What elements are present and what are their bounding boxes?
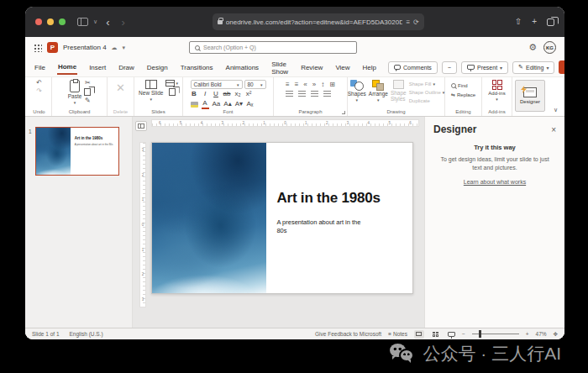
back-button[interactable]: ‹ [102,17,113,28]
justify-button[interactable] [323,91,331,97]
bullets-button[interactable]: ≡ [286,81,290,88]
shape-styles-button[interactable]: Shape Styles [391,80,407,102]
highlight-color-button[interactable] [191,102,198,108]
designer-learn-link[interactable]: Learn about what works [433,179,556,185]
reload-icon[interactable]: ⟳ [413,18,419,26]
addins-button[interactable]: Add-ins [488,91,505,96]
cut-button[interactable]: ✂ [85,80,91,87]
shape-fill-button[interactable]: Shape Fill ▾ [409,81,435,87]
zoom-in-button[interactable]: + [526,331,529,337]
search-input[interactable]: Search (Option + Q) [189,41,357,54]
chevron-down-icon[interactable]: ∨ [93,18,97,25]
align-center-button[interactable] [298,91,306,97]
document-title[interactable]: Presentation 4 [63,44,107,51]
slideshow-view-button[interactable] [448,332,455,337]
tab-help[interactable]: Help [362,60,377,74]
paste-button[interactable]: Paste ▾ [68,80,82,105]
tab-design[interactable]: Design [146,60,169,74]
shapes-button[interactable]: Shapes ▾ [348,80,366,102]
tab-home[interactable]: Home [57,60,77,75]
minimize-window-button[interactable] [47,18,54,25]
tab-insert[interactable]: Insert [88,60,107,74]
tab-draw[interactable]: Draw [118,60,135,74]
change-case-button[interactable]: Aa [213,101,221,108]
outdent-button[interactable]: « [303,81,307,88]
tab-overview-icon[interactable] [547,18,554,26]
undo-button[interactable]: ↶ [36,80,42,87]
clear-formatting-button[interactable]: Aₓ [246,101,254,108]
indent-button[interactable]: » [312,81,316,88]
address-bar[interactable]: onedrive.live.com/edit?action=editnew&id… [213,13,424,30]
gear-icon[interactable]: ⚙ [528,43,537,52]
catch-up-button[interactable]: ~ [442,61,457,74]
slide-thumbnail[interactable]: Art in the 1980s A presentation about ar… [35,127,119,176]
subscript-button[interactable]: x₂ [234,91,242,98]
superscript-button[interactable]: x² [245,91,253,98]
designer-button[interactable]: Designer [515,80,545,112]
text-direction-button[interactable]: ⊞ [329,81,335,88]
new-tab-icon[interactable]: + [532,18,537,26]
delete-button[interactable]: ✕ [116,80,125,93]
numbering-button[interactable]: ≡ [295,81,299,88]
normal-view-button[interactable] [414,330,424,339]
app-launcher-icon[interactable] [34,44,42,52]
close-window-button[interactable] [35,18,42,25]
share-page-icon[interactable]: ⇧ [515,18,522,26]
replace-button[interactable]: ⇆ Replace [451,92,475,97]
reader-icon[interactable]: ≡ [406,18,410,26]
tab-transitions[interactable]: Transitions [180,60,214,74]
underline-button[interactable]: U [213,91,220,98]
notes-button[interactable]: ≡ Notes [388,331,407,337]
addins-icon[interactable] [492,80,502,90]
zoom-slider[interactable] [472,334,519,334]
shape-outline-button[interactable]: Shape Outline ▾ [409,90,445,95]
align-right-button[interactable] [311,91,318,97]
new-slide-button[interactable]: New Slide ▾ [139,80,163,102]
tab-review[interactable]: Review [300,60,323,74]
slide-subtitle[interactable]: A presentation about art in the 80s [276,218,369,235]
fit-to-window-button[interactable]: ✥ [554,331,558,338]
tab-slide-show[interactable]: Slide Show [270,57,289,78]
comments-button[interactable]: Comments [388,61,438,74]
bold-button[interactable]: B [191,91,198,98]
avatar[interactable]: KG [543,41,556,54]
duplicate-slide-button[interactable] [169,88,176,96]
font-color-button[interactable]: A [202,100,209,109]
fullscreen-window-button[interactable] [59,18,66,25]
copy-button[interactable] [84,88,91,96]
forward-button[interactable]: › [118,17,128,28]
sidebar-toggle-icon[interactable] [77,18,88,26]
tab-animations[interactable]: Animations [225,60,260,74]
tab-view[interactable]: View [334,60,350,74]
font-name-select[interactable]: Calibri Bold ▾ [191,80,243,89]
strikethrough-button[interactable]: ab [223,91,231,98]
duplicate-button[interactable]: Duplicate [409,98,430,103]
redo-button[interactable]: ↷ [36,88,42,95]
paragraph-dialog-launcher[interactable] [342,111,345,114]
share-button[interactable]: ⇧ Share ▾ [559,60,564,74]
language-selector[interactable]: English (U.S.) [70,331,103,337]
find-button[interactable]: Find [451,83,468,88]
font-size-select[interactable]: 80 ▾ [244,80,266,89]
shrink-font-button[interactable]: A▾ [235,101,243,108]
format-painter-button[interactable]: ✎ [85,97,91,104]
slide-sorter-view-button[interactable] [431,330,441,339]
close-icon[interactable]: × [551,125,556,134]
slide-watercolor-image[interactable] [152,143,266,293]
align-left-button[interactable] [286,91,293,97]
feedback-link[interactable]: Give Feedback to Microsoft [315,331,381,337]
italic-button[interactable]: I [202,91,209,98]
zoom-slider-thumb[interactable] [479,330,481,338]
layout-button[interactable] [165,80,175,87]
editing-mode-button[interactable]: ✎ Editing ▾ [512,61,554,74]
zoom-level[interactable]: 47% [536,331,547,337]
zoom-out-button[interactable]: − [462,331,465,337]
arrange-button[interactable]: Arrange ▾ [369,80,388,102]
grow-font-button[interactable]: A▴ [223,101,231,108]
title-chevron-icon[interactable]: ▾ [123,45,126,51]
line-spacing-button[interactable]: ↕ [321,81,324,88]
slide-title[interactable]: Art in the 1980s [276,190,397,207]
collapse-ribbon-icon[interactable]: ∨ [552,107,563,116]
slide-canvas[interactable]: Art in the 1980s A presentation about ar… [151,142,413,294]
collapse-thumbnails-button[interactable] [135,121,147,131]
